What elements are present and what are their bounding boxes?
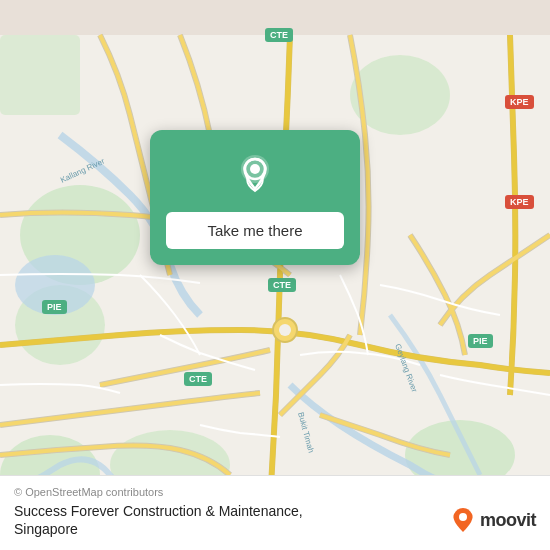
highway-badge-pie-left: PIE [42, 300, 67, 314]
bottom-bar: © OpenStreetMap contributors Success For… [0, 475, 550, 550]
moovit-logo: moovit [449, 506, 536, 534]
place-name: Success Forever Construction & Maintenan… [14, 503, 303, 519]
moovit-brand-text: moovit [480, 510, 536, 531]
highway-badge-cte-mid: CTE [268, 278, 296, 292]
svg-point-20 [459, 513, 467, 521]
svg-point-19 [250, 164, 260, 174]
svg-rect-5 [0, 35, 80, 115]
map-container: Kallang River Geylang River Bukit Timah … [0, 0, 550, 550]
map-svg: Kallang River Geylang River Bukit Timah [0, 0, 550, 550]
highway-badge-kpe-mid: KPE [505, 195, 534, 209]
place-location: Singapore [14, 521, 78, 537]
highway-badge-pie-right: PIE [468, 334, 493, 348]
moovit-brand-icon [449, 506, 477, 534]
highway-badge-cte-bot: CTE [184, 372, 212, 386]
place-info-row: Success Forever Construction & Maintenan… [14, 502, 536, 538]
location-pin-icon [229, 148, 281, 200]
highway-badge-cte-top: CTE [265, 28, 293, 42]
svg-point-13 [279, 324, 291, 336]
map-attribution: © OpenStreetMap contributors [14, 486, 536, 498]
location-card: Take me there [150, 130, 360, 265]
highway-badge-kpe-top: KPE [505, 95, 534, 109]
take-me-there-button[interactable]: Take me there [166, 212, 344, 249]
